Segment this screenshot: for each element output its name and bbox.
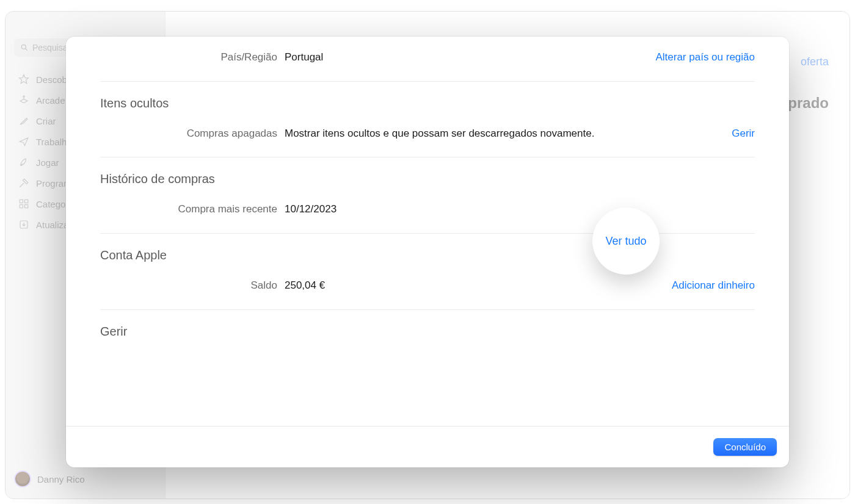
section-manage: Gerir	[100, 310, 755, 355]
manage-title: Gerir	[100, 325, 755, 339]
value-hidden: Mostrar itens ocultos e que possam ser d…	[285, 126, 602, 142]
modal-footer: Concluído	[66, 426, 789, 467]
account-modal: País/Região Portugal Alterar país ou reg…	[66, 37, 789, 467]
hidden-title: Itens ocultos	[100, 96, 755, 110]
modal-body: País/Região Portugal Alterar país ou reg…	[66, 37, 789, 426]
add-funds-link[interactable]: Adicionar dinheiro	[672, 278, 755, 293]
label-balance: Saldo	[100, 278, 277, 293]
value-history: 10/12/2023	[285, 202, 602, 217]
highlight-bubble: Ver tudo	[592, 207, 660, 275]
row-hidden: Compras apagadas Mostrar itens ocultos e…	[100, 126, 755, 142]
value-balance: 250,04 €	[285, 278, 602, 293]
done-button[interactable]: Concluído	[713, 438, 777, 456]
history-title: Histórico de compras	[100, 172, 755, 186]
manage-hidden-link[interactable]: Gerir	[732, 126, 755, 142]
change-region-link[interactable]: Alterar país ou região	[655, 50, 755, 65]
label-history: Compra mais recente	[100, 202, 277, 217]
section-history: Histórico de compras Compra mais recente…	[100, 157, 755, 234]
row-balance: Saldo 250,04 € Adicionar dinheiro	[100, 278, 755, 293]
row-history: Compra mais recente 10/12/2023 Ver tudo	[100, 202, 755, 217]
row-region: País/Região Portugal Alterar país ou reg…	[100, 50, 755, 65]
value-region: Portugal	[285, 50, 602, 65]
label-hidden: Compras apagadas	[100, 126, 277, 142]
section-hidden: Itens ocultos Compras apagadas Mostrar i…	[100, 82, 755, 158]
section-region: País/Região Portugal Alterar país ou reg…	[100, 48, 755, 82]
see-all-highlighted[interactable]: Ver tudo	[605, 235, 646, 248]
label-region: País/Região	[100, 50, 277, 65]
